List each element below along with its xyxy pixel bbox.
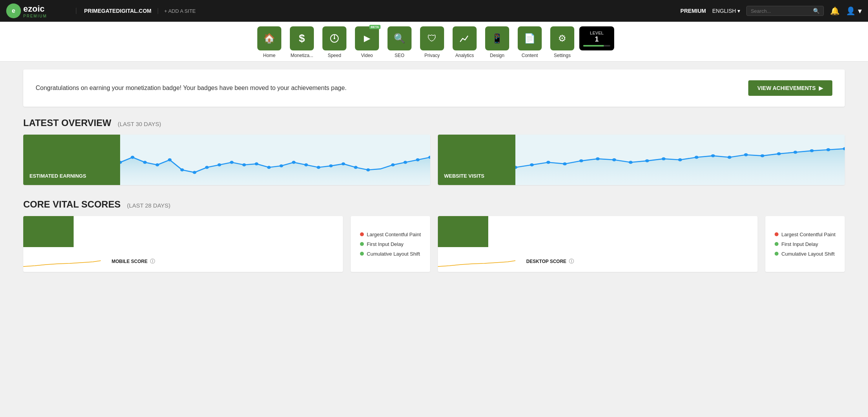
core-vitals-subtitle: (LAST 28 DAYS) bbox=[127, 202, 170, 209]
mobile-score-green-box bbox=[23, 216, 74, 247]
website-visits-card: WEBSITE VISITS bbox=[438, 135, 845, 185]
svg-point-37 bbox=[629, 161, 632, 164]
home-label: Home bbox=[263, 53, 276, 58]
cls-desktop-dot-icon bbox=[775, 252, 778, 256]
svg-point-46 bbox=[777, 152, 781, 156]
svg-point-18 bbox=[292, 161, 296, 164]
chevron-down-icon: ▾ bbox=[737, 8, 740, 14]
svg-point-15 bbox=[255, 163, 258, 166]
svg-point-16 bbox=[267, 166, 271, 169]
mobile-score-chart bbox=[23, 247, 101, 272]
svg-point-38 bbox=[645, 159, 649, 163]
mobile-info-icon[interactable]: ⓘ bbox=[150, 258, 155, 265]
nav-item-monetization[interactable]: $ Monetiza... bbox=[286, 26, 317, 58]
level-progress-fill bbox=[583, 45, 604, 47]
overview-title: LATEST OVERVIEW (LAST 30 DAYS) bbox=[23, 118, 845, 128]
svg-point-41 bbox=[694, 156, 698, 159]
svg-marker-29 bbox=[515, 149, 845, 185]
svg-point-2 bbox=[334, 38, 335, 39]
svg-point-34 bbox=[579, 159, 583, 163]
visits-chart bbox=[515, 135, 845, 185]
analytics-label: Analytics bbox=[455, 53, 474, 58]
premium-label[interactable]: PREMIUM bbox=[680, 8, 706, 14]
svg-point-26 bbox=[403, 161, 407, 164]
earnings-card-label: ESTIMATED EARNINGS bbox=[29, 173, 86, 179]
svg-point-24 bbox=[366, 168, 370, 171]
seo-icon-box: 🔍 bbox=[388, 26, 412, 50]
level-number: 1 bbox=[595, 35, 599, 43]
level-progress-bar bbox=[583, 45, 610, 47]
content-label: Content bbox=[522, 53, 538, 58]
level-box-container[interactable]: LEVEL 1 bbox=[579, 26, 614, 50]
earnings-chart bbox=[120, 135, 430, 185]
svg-point-17 bbox=[279, 164, 283, 168]
svg-point-27 bbox=[416, 158, 420, 161]
notification-bell-icon[interactable]: 🔔 bbox=[830, 6, 840, 16]
nav-item-design[interactable]: 📱 Design bbox=[482, 26, 513, 58]
desktop-info-icon[interactable]: ⓘ bbox=[569, 258, 574, 265]
svg-point-21 bbox=[329, 164, 333, 168]
cls-dot-icon bbox=[360, 252, 364, 256]
svg-point-22 bbox=[341, 163, 345, 166]
site-name[interactable]: PRIMEGATEDIGITAL.COM bbox=[76, 8, 152, 14]
main-content: Congratulations on earning your monetiza… bbox=[0, 62, 868, 280]
svg-point-39 bbox=[661, 157, 665, 161]
ezoic-logo-icon[interactable]: e bbox=[6, 3, 21, 18]
nav-item-privacy[interactable]: 🛡 Privacy bbox=[417, 26, 448, 58]
monetization-label: Monetiza... bbox=[291, 53, 313, 58]
nav-item-home[interactable]: 🏠 Home bbox=[254, 26, 285, 58]
privacy-icon-box: 🛡 bbox=[420, 26, 444, 50]
speed-label: Speed bbox=[328, 53, 341, 58]
logo-text: ezoic bbox=[23, 4, 45, 14]
video-label: Video bbox=[361, 53, 373, 58]
nav-right: PREMIUM ENGLISH ▾ 🔍 🔔 👤 ▾ bbox=[680, 6, 862, 16]
settings-label: Settings bbox=[554, 53, 570, 58]
search-box[interactable]: 🔍 bbox=[746, 6, 824, 16]
svg-point-43 bbox=[727, 156, 731, 159]
svg-point-42 bbox=[711, 154, 715, 157]
svg-point-40 bbox=[678, 158, 682, 161]
svg-point-7 bbox=[155, 163, 159, 166]
legend-cls-mobile: Cumulative Layout Shift bbox=[360, 251, 421, 257]
monetization-icon-box: $ bbox=[290, 26, 314, 50]
beta-badge: BETA bbox=[369, 25, 381, 29]
logo-brand: ezoic PREMIUM bbox=[23, 4, 47, 18]
nav-item-video[interactable]: ▶ BETA Video bbox=[351, 26, 382, 58]
svg-point-47 bbox=[793, 151, 797, 154]
svg-point-49 bbox=[826, 148, 830, 151]
legend-fid-mobile: First Input Delay bbox=[360, 241, 421, 247]
add-site-link[interactable]: + ADD A SITE bbox=[158, 8, 196, 14]
nav-item-settings[interactable]: ⚙ Settings bbox=[547, 26, 578, 58]
svg-point-13 bbox=[230, 161, 234, 164]
search-input[interactable] bbox=[751, 8, 810, 14]
desktop-score-label: DESKTOP SCORE ⓘ bbox=[522, 255, 579, 268]
svg-point-8 bbox=[168, 158, 172, 161]
svg-point-23 bbox=[354, 166, 358, 169]
mobile-score-label: MOBILE SCORE ⓘ bbox=[107, 255, 160, 268]
arrow-right-icon: ▶ bbox=[819, 85, 823, 91]
speed-icon-box bbox=[322, 26, 346, 50]
overview-subtitle: (LAST 30 DAYS) bbox=[118, 121, 161, 127]
design-icon-box: 📱 bbox=[485, 26, 509, 50]
desktop-legend: Largest Contentful Paint First Input Del… bbox=[765, 216, 845, 272]
svg-point-19 bbox=[304, 163, 308, 166]
desktop-score-card: DESKTOP SCORE ⓘ bbox=[438, 216, 758, 272]
design-label: Design bbox=[490, 53, 504, 58]
scores-row: MOBILE SCORE ⓘ Largest Contentful Paint … bbox=[23, 216, 845, 272]
nav-item-analytics[interactable]: Analytics bbox=[449, 26, 480, 58]
svg-point-48 bbox=[810, 149, 814, 152]
svg-point-9 bbox=[180, 168, 184, 171]
legend-lcp-desktop: Largest Contentful Paint bbox=[775, 232, 835, 237]
analytics-icon-box bbox=[453, 26, 477, 50]
seo-label: SEO bbox=[394, 53, 404, 58]
nav-item-content[interactable]: 📄 Content bbox=[514, 26, 545, 58]
language-selector[interactable]: ENGLISH ▾ bbox=[712, 8, 740, 14]
nav-item-seo[interactable]: 🔍 SEO bbox=[384, 26, 415, 58]
level-box: LEVEL 1 bbox=[579, 26, 614, 50]
mobile-legend: Largest Contentful Paint First Input Del… bbox=[351, 216, 430, 272]
nav-item-speed[interactable]: Speed bbox=[319, 26, 350, 58]
svg-point-10 bbox=[193, 171, 196, 174]
user-profile-icon[interactable]: 👤 ▾ bbox=[846, 6, 862, 16]
view-achievements-button[interactable]: VIEW ACHIEVEMENTS ▶ bbox=[748, 80, 832, 96]
fid-dot-icon bbox=[360, 242, 364, 246]
